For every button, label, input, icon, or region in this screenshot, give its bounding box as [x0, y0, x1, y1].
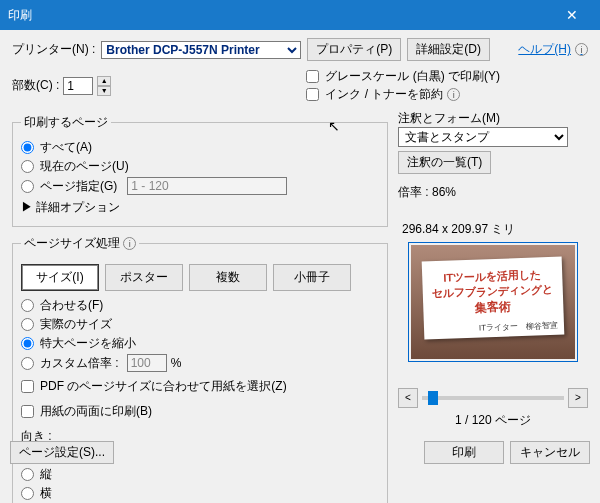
choose-paper-checkbox[interactable]	[21, 380, 34, 393]
properties-button[interactable]: プロパティ(P)	[307, 38, 401, 61]
printer-select[interactable]: Brother DCP-J557N Printer	[101, 41, 301, 59]
save-ink-checkbox[interactable]	[306, 88, 319, 101]
percent-label: %	[171, 356, 182, 370]
shrink-label: 特大ページを縮小	[40, 335, 136, 352]
duplex-checkbox[interactable]	[21, 405, 34, 418]
fit-radio[interactable]	[21, 299, 34, 312]
dialog-title: 印刷	[8, 7, 32, 24]
pages-legend: 印刷するページ	[21, 114, 111, 131]
grayscale-label: グレースケール (白黒) で印刷(Y)	[325, 68, 500, 85]
help-icon: i	[575, 43, 588, 56]
custom-scale-radio[interactable]	[21, 357, 34, 370]
help-link[interactable]: ヘルプ(H)i	[518, 41, 588, 58]
copies-spinner[interactable]: ▲▼	[97, 76, 111, 96]
preview-frame: ITツールを活用した セルフブランディングと 集客術 ITライター 柳谷智宣	[408, 242, 578, 362]
fit-label: 合わせる(F)	[40, 297, 103, 314]
sizing-legend: ページサイズ処理	[24, 236, 120, 250]
duplex-label: 用紙の両面に印刷(B)	[40, 403, 152, 420]
save-ink-label: インク / トナーを節約	[325, 86, 443, 103]
info-icon[interactable]: i	[123, 237, 136, 250]
prev-page-button[interactable]: <	[398, 388, 418, 408]
shrink-radio[interactable]	[21, 337, 34, 350]
page-indicator: 1 / 120 ページ	[398, 412, 588, 429]
preview-dimensions: 296.84 x 209.97 ミリ	[402, 221, 588, 238]
orient-landscape-label: 横	[40, 485, 52, 502]
pages-all-label: すべて(A)	[40, 139, 92, 156]
tab-booklet[interactable]: 小冊子	[273, 264, 351, 291]
copies-input[interactable]	[63, 77, 93, 95]
custom-scale-input[interactable]	[127, 354, 167, 372]
choose-paper-label: PDF のページサイズに合わせて用紙を選択(Z)	[40, 378, 287, 395]
tab-multiple[interactable]: 複数	[189, 264, 267, 291]
printer-label: プリンター(N) :	[12, 41, 95, 58]
annotations-list-button[interactable]: 注釈の一覧(T)	[398, 151, 491, 174]
pages-all-radio[interactable]	[21, 141, 34, 154]
info-icon[interactable]: i	[447, 88, 460, 101]
next-page-button[interactable]: >	[568, 388, 588, 408]
close-icon[interactable]: ✕	[552, 7, 592, 23]
print-button[interactable]: 印刷	[424, 441, 504, 464]
annotations-label: 注釈とフォーム(M)	[398, 110, 588, 127]
pages-range-radio[interactable]	[21, 180, 34, 193]
actual-radio[interactable]	[21, 318, 34, 331]
page-slider[interactable]	[422, 396, 564, 400]
orient-landscape-radio[interactable]	[21, 487, 34, 500]
pages-range-label: ページ指定(G)	[40, 178, 117, 195]
page-setup-button[interactable]: ページ設定(S)...	[10, 441, 114, 464]
tab-size[interactable]: サイズ(I)	[21, 264, 99, 291]
advanced-settings-button[interactable]: 詳細設定(D)	[407, 38, 490, 61]
scale-value: 86%	[432, 185, 456, 199]
copies-label: 部数(C) :	[12, 77, 59, 94]
tab-poster[interactable]: ポスター	[105, 264, 183, 291]
more-options-toggle[interactable]: ▶ 詳細オプション	[21, 199, 120, 216]
pages-current-radio[interactable]	[21, 160, 34, 173]
pages-current-label: 現在のページ(U)	[40, 158, 129, 175]
pages-range-input[interactable]	[127, 177, 287, 195]
preview-line4: ITライター 柳谷智宣	[430, 320, 558, 335]
scale-label: 倍率 :	[398, 185, 429, 199]
annotations-select[interactable]: 文書とスタンプ	[398, 127, 568, 147]
grayscale-checkbox[interactable]	[306, 70, 319, 83]
actual-label: 実際のサイズ	[40, 316, 112, 333]
cancel-button[interactable]: キャンセル	[510, 441, 590, 464]
custom-scale-label: カスタム倍率 :	[40, 355, 119, 372]
